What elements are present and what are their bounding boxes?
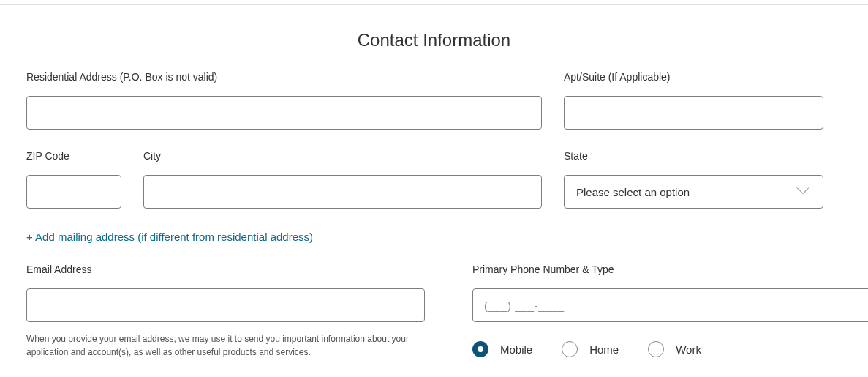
address-input[interactable] [26, 96, 542, 130]
email-helper-text: When you provide your email address, we … [26, 332, 421, 359]
state-select-placeholder: Please select an option [576, 186, 690, 198]
state-select[interactable]: Please select an option [564, 175, 823, 209]
chevron-down-icon [796, 186, 809, 198]
email-label: Email Address [26, 264, 425, 275]
zip-input[interactable] [26, 175, 121, 209]
phone-label: Primary Phone Number & Type [472, 264, 868, 275]
radio-icon [562, 341, 578, 357]
page-title: Contact Information [26, 30, 842, 51]
address-label: Residential Address (P.O. Box is not val… [26, 71, 542, 83]
radio-label: Home [589, 343, 619, 356]
phone-type-radios: Mobile Home Work [472, 341, 868, 357]
city-input[interactable] [143, 175, 542, 209]
email-input[interactable] [26, 288, 425, 322]
phone-type-work[interactable]: Work [648, 341, 701, 357]
phone-type-home[interactable]: Home [562, 341, 619, 357]
zip-label: ZIP Code [26, 150, 121, 162]
phone-mask: (___) ___-____ [484, 288, 565, 322]
apt-label: Apt/Suite (If Applicable) [564, 71, 823, 83]
divider-top [0, 4, 868, 5]
add-mailing-link[interactable]: + Add mailing address (if different from… [26, 231, 313, 243]
radio-icon [648, 341, 664, 357]
apt-input[interactable] [564, 96, 823, 130]
radio-label: Mobile [500, 343, 532, 356]
radio-icon [472, 341, 488, 357]
radio-label: Work [676, 343, 701, 356]
phone-type-mobile[interactable]: Mobile [472, 341, 532, 357]
city-label: City [143, 150, 542, 162]
state-label: State [564, 150, 823, 162]
